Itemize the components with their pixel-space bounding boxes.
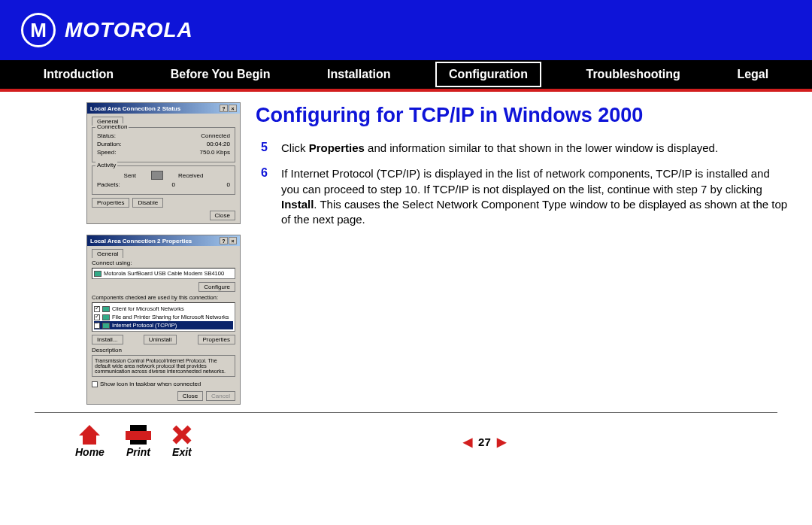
exit-button[interactable]: Exit [172,425,192,458]
step-number: 5 [256,141,268,156]
checkbox-icon[interactable] [94,314,100,320]
exit-label: Exit [172,446,192,458]
close-icon[interactable]: × [229,237,237,244]
received-label: Received [178,172,203,179]
pager: ◀ 27 ▶ [192,435,777,449]
close-button[interactable]: Close [177,391,203,401]
checkbox-icon[interactable] [94,306,100,312]
properties-dialog: Local Area Connection 2 Properties ? × G… [86,235,241,405]
component-icon [102,314,110,320]
sent-label: Sent [124,172,136,179]
nav-introduction[interactable]: Introduction [32,63,126,86]
properties-dialog-titlebar: Local Area Connection 2 Properties ? × [87,235,240,246]
logo-emblem-icon: M [21,13,56,47]
speed-label: Speed: [97,149,116,156]
show-icon-label: Show icon in taskbar when connected [100,381,201,387]
page-number: 27 [478,435,491,448]
nav-configuration[interactable]: Configuration [435,62,541,87]
svg-rect-1 [126,431,151,440]
properties-button[interactable]: Properties [198,335,235,344]
properties-dialog-title: Local Area Connection 2 Properties [90,238,192,244]
adapter-icon [94,271,102,277]
duration-value: 00:04:20 [207,141,230,147]
footer-actions: Home Print Exit [75,425,192,458]
page-title: Configuring for TCP/IP in Windows 2000 [256,104,789,127]
speed-value: 750.0 Kbps [200,149,230,156]
print-icon [126,425,151,445]
component-item[interactable]: Client for Microsoft Networks [94,305,233,313]
uninstall-button[interactable]: Uninstall [144,335,177,344]
connection-group-label: Connection [95,123,129,130]
packets-label: Packets: [97,181,120,188]
main-content: Configuring for TCP/IP in Windows 2000 5… [256,102,789,405]
print-label: Print [126,446,150,458]
brand-text: MOTOROLA [65,18,193,42]
brand-logo: M MOTOROLA [21,13,193,47]
exit-icon [172,425,192,445]
props-tab-general[interactable]: General [92,249,123,258]
description-label: Description [92,347,235,354]
step-6: 6 If Internet Protocol (TCP/IP) is displ… [256,166,789,227]
help-icon[interactable]: ? [220,237,228,244]
screenshots-column: Local Area Connection 2 Status ? × Gener… [23,102,241,405]
home-button[interactable]: Home [75,425,105,458]
network-activity-icon [151,171,163,180]
adapter-name: Motorola SurfBoard USB Cable Modem SB410… [104,270,224,277]
packets-received: 0 [227,181,230,188]
activity-group-label: Activity [95,162,117,168]
next-page-arrow-icon[interactable]: ▶ [497,435,506,449]
nav-installation[interactable]: Installation [315,63,402,86]
components-label: Components checked are used by this conn… [92,294,235,301]
step-text: If Internet Protocol (TCP/IP) is display… [281,166,789,227]
status-label: Status: [97,132,116,139]
packets-sent: 0 [120,181,227,188]
step-text: Click Properties and information similar… [281,141,718,156]
close-icon[interactable]: × [229,105,237,112]
component-label: Client for Microsoft Networks [112,305,184,312]
step-number: 6 [256,166,268,227]
svg-rect-2 [130,425,147,431]
header-bar: M MOTOROLA [0,0,812,60]
connect-using-label: Connect using: [92,259,235,266]
install-button[interactable]: Install... [92,335,123,344]
properties-button[interactable]: Properties [92,198,129,208]
svg-marker-0 [79,425,100,445]
nav-before-you-begin[interactable]: Before You Begin [159,63,283,86]
duration-label: Duration: [97,141,121,147]
component-icon [102,323,110,329]
step-5: 5 Click Properties and information simil… [256,141,789,156]
component-item[interactable]: File and Printer Sharing for Microsoft N… [94,313,233,321]
checkbox-icon[interactable] [94,323,100,329]
description-text: Transmission Control Protocol/Internet P… [92,355,235,377]
footer: Home Print Exit ◀ 27 ▶ [0,420,812,458]
configure-button[interactable]: Configure [198,282,235,292]
status-dialog: Local Area Connection 2 Status ? × Gener… [86,102,241,224]
component-label: File and Printer Sharing for Microsoft N… [112,314,229,320]
status-dialog-title: Local Area Connection 2 Status [90,105,180,112]
disable-button[interactable]: Disable [132,198,163,208]
print-button[interactable]: Print [126,425,151,458]
component-icon [102,306,110,312]
home-icon [79,425,100,445]
status-value: Connected [201,132,230,139]
show-icon-checkbox[interactable] [92,381,98,387]
content-area: Local Area Connection 2 Status ? × Gener… [0,92,812,405]
nav-troubleshooting[interactable]: Troubleshooting [574,63,692,86]
nav-bar: Introduction Before You Begin Installati… [0,60,812,89]
cancel-button[interactable]: Cancel [206,391,235,401]
home-label: Home [75,446,105,458]
prev-page-arrow-icon[interactable]: ◀ [463,435,472,449]
help-icon[interactable]: ? [220,105,228,112]
footer-divider [35,412,777,413]
component-item-selected[interactable]: Internet Protocol (TCP/IP) [94,321,233,329]
component-label: Internet Protocol (TCP/IP) [112,322,177,329]
close-button[interactable]: Close [210,211,235,220]
nav-legal[interactable]: Legal [725,63,780,86]
status-dialog-titlebar: Local Area Connection 2 Status ? × [87,103,240,114]
svg-rect-3 [130,440,147,445]
